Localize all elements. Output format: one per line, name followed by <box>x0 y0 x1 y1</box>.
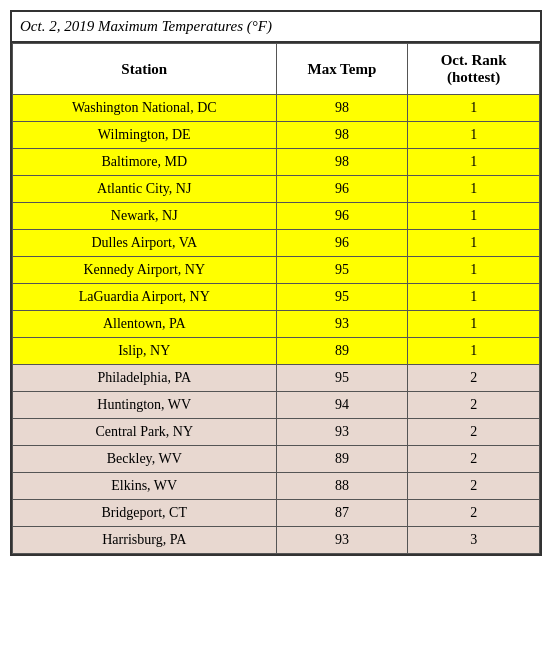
table-row: Wilmington, DE981 <box>13 122 540 149</box>
cell-station: Kennedy Airport, NY <box>13 257 277 284</box>
cell-station: Harrisburg, PA <box>13 527 277 554</box>
main-table-container: Oct. 2, 2019 Maximum Temperatures (°F) S… <box>10 10 542 556</box>
header-station: Station <box>13 44 277 95</box>
table-row: Bridgeport, CT872 <box>13 500 540 527</box>
cell-rank: 2 <box>408 446 540 473</box>
cell-maxtemp: 96 <box>276 230 408 257</box>
cell-station: Islip, NY <box>13 338 277 365</box>
cell-maxtemp: 94 <box>276 392 408 419</box>
table-row: Baltimore, MD981 <box>13 149 540 176</box>
cell-rank: 1 <box>408 230 540 257</box>
table-row: Beckley, WV892 <box>13 446 540 473</box>
table-row: Elkins, WV882 <box>13 473 540 500</box>
cell-station: Bridgeport, CT <box>13 500 277 527</box>
cell-rank: 2 <box>408 473 540 500</box>
cell-maxtemp: 98 <box>276 122 408 149</box>
cell-station: Newark, NJ <box>13 203 277 230</box>
cell-station: Atlantic City, NJ <box>13 176 277 203</box>
header-maxtemp: Max Temp <box>276 44 408 95</box>
cell-maxtemp: 96 <box>276 176 408 203</box>
cell-rank: 1 <box>408 338 540 365</box>
table-row: Kennedy Airport, NY951 <box>13 257 540 284</box>
cell-maxtemp: 95 <box>276 284 408 311</box>
cell-maxtemp: 95 <box>276 365 408 392</box>
cell-maxtemp: 93 <box>276 311 408 338</box>
cell-station: Elkins, WV <box>13 473 277 500</box>
header-row: Station Max Temp Oct. Rank(hottest) <box>13 44 540 95</box>
table-body: Washington National, DC981Wilmington, DE… <box>13 95 540 554</box>
table-title: Oct. 2, 2019 Maximum Temperatures (°F) <box>12 12 540 43</box>
cell-station: Central Park, NY <box>13 419 277 446</box>
cell-station: Allentown, PA <box>13 311 277 338</box>
cell-station: Beckley, WV <box>13 446 277 473</box>
cell-station: Baltimore, MD <box>13 149 277 176</box>
cell-station: Huntington, WV <box>13 392 277 419</box>
table-row: LaGuardia Airport, NY951 <box>13 284 540 311</box>
cell-maxtemp: 88 <box>276 473 408 500</box>
cell-rank: 1 <box>408 311 540 338</box>
cell-rank: 1 <box>408 176 540 203</box>
table-row: Atlantic City, NJ961 <box>13 176 540 203</box>
cell-maxtemp: 89 <box>276 338 408 365</box>
cell-maxtemp: 98 <box>276 95 408 122</box>
table-row: Huntington, WV942 <box>13 392 540 419</box>
table-row: Harrisburg, PA933 <box>13 527 540 554</box>
data-table: Station Max Temp Oct. Rank(hottest) Wash… <box>12 43 540 554</box>
cell-rank: 1 <box>408 284 540 311</box>
cell-rank: 1 <box>408 122 540 149</box>
cell-maxtemp: 89 <box>276 446 408 473</box>
cell-station: LaGuardia Airport, NY <box>13 284 277 311</box>
cell-rank: 3 <box>408 527 540 554</box>
table-row: Washington National, DC981 <box>13 95 540 122</box>
table-row: Philadelphia, PA952 <box>13 365 540 392</box>
table-row: Dulles Airport, VA961 <box>13 230 540 257</box>
header-rank: Oct. Rank(hottest) <box>408 44 540 95</box>
cell-maxtemp: 93 <box>276 419 408 446</box>
cell-rank: 1 <box>408 257 540 284</box>
table-row: Newark, NJ961 <box>13 203 540 230</box>
cell-rank: 1 <box>408 149 540 176</box>
cell-rank: 2 <box>408 500 540 527</box>
cell-rank: 2 <box>408 392 540 419</box>
cell-maxtemp: 95 <box>276 257 408 284</box>
cell-rank: 1 <box>408 203 540 230</box>
cell-maxtemp: 98 <box>276 149 408 176</box>
cell-maxtemp: 96 <box>276 203 408 230</box>
cell-rank: 2 <box>408 419 540 446</box>
cell-maxtemp: 93 <box>276 527 408 554</box>
cell-rank: 1 <box>408 95 540 122</box>
cell-station: Dulles Airport, VA <box>13 230 277 257</box>
cell-station: Washington National, DC <box>13 95 277 122</box>
table-row: Allentown, PA931 <box>13 311 540 338</box>
cell-rank: 2 <box>408 365 540 392</box>
cell-station: Wilmington, DE <box>13 122 277 149</box>
table-row: Islip, NY891 <box>13 338 540 365</box>
table-row: Central Park, NY932 <box>13 419 540 446</box>
cell-maxtemp: 87 <box>276 500 408 527</box>
cell-station: Philadelphia, PA <box>13 365 277 392</box>
